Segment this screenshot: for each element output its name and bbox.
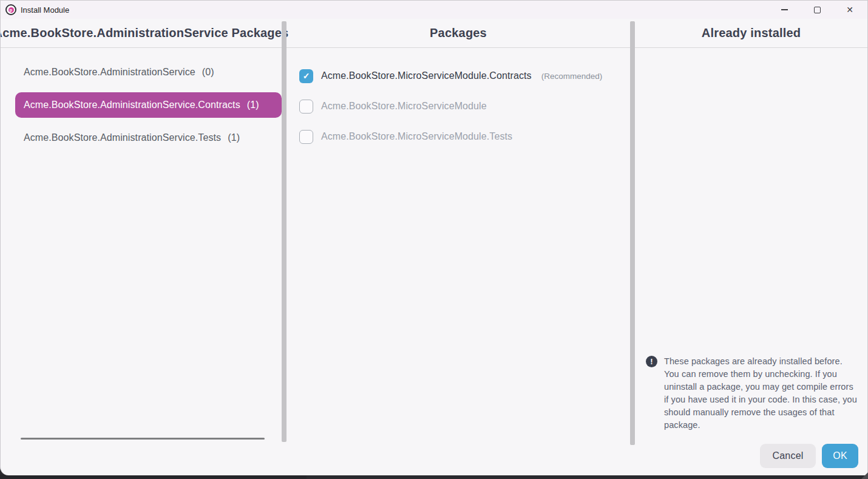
recommended-badge: (Recommended) xyxy=(541,72,603,81)
divider xyxy=(635,47,867,48)
packages-panel: Packages ✓ Acme.BookStore.MicroServiceMo… xyxy=(287,19,630,475)
dialog-footer: Cancel OK xyxy=(760,444,858,468)
window-card: p Install Module ✕ Acme.BookStore.Adm xyxy=(0,0,868,475)
minimize-button[interactable] xyxy=(775,2,793,18)
install-module-window: p Install Module ✕ Acme.BookStore.Adm xyxy=(0,0,868,479)
window-resize-grip[interactable] xyxy=(861,472,868,479)
already-installed-panel: Already installed ! These packages are a… xyxy=(635,19,867,475)
maximize-button[interactable] xyxy=(808,2,826,18)
checkbox-unchecked-icon[interactable] xyxy=(299,130,313,144)
package-list: ✓ Acme.BookStore.MicroServiceModule.Cont… xyxy=(287,61,630,152)
minimize-icon xyxy=(781,9,788,10)
close-icon: ✕ xyxy=(846,5,853,14)
middle-scrollbar-track xyxy=(630,19,635,475)
module-item-contracts-selected[interactable]: Acme.BookStore.AdministrationService.Con… xyxy=(1,89,282,121)
package-count: (0) xyxy=(202,67,214,78)
package-row-tests[interactable]: Acme.BookStore.MicroServiceModule.Tests xyxy=(287,121,630,152)
modules-panel: Acme.BookStore.AdministrationService Pac… xyxy=(1,19,282,475)
ok-button[interactable]: OK xyxy=(822,444,858,468)
module-item-administrationservice[interactable]: Acme.BookStore.AdministrationService (0) xyxy=(1,56,282,89)
uninstall-info-note: ! These packages are already installed b… xyxy=(646,355,858,432)
checkbox-checked-icon[interactable]: ✓ xyxy=(299,69,313,83)
window-bottom-shadow xyxy=(0,475,307,479)
abp-logo-icon: p xyxy=(5,4,16,15)
info-exclamation-icon: ! xyxy=(646,356,657,367)
package-row-contracts[interactable]: ✓ Acme.BookStore.MicroServiceModule.Cont… xyxy=(287,61,630,91)
divider xyxy=(287,47,630,48)
maximize-icon xyxy=(814,7,821,13)
left-vertical-scrollbar[interactable] xyxy=(282,21,287,442)
divider xyxy=(1,47,282,48)
titlebar: p Install Module ✕ xyxy=(1,1,867,19)
close-button[interactable]: ✕ xyxy=(841,2,859,18)
package-count: (1) xyxy=(247,100,259,110)
checkbox-unchecked-icon[interactable] xyxy=(299,100,313,114)
content-area: Acme.BookStore.AdministrationService Pac… xyxy=(1,19,867,475)
uninstall-info-text: These packages are already installed bef… xyxy=(664,355,858,432)
packages-panel-title: Packages xyxy=(287,19,630,47)
middle-vertical-scrollbar[interactable] xyxy=(630,21,635,445)
module-list: Acme.BookStore.AdministrationService (0)… xyxy=(1,56,282,154)
left-scrollbar-track xyxy=(282,19,287,475)
package-row-microservicemodule[interactable]: Acme.BookStore.MicroServiceModule xyxy=(287,91,630,121)
module-item-tests[interactable]: Acme.BookStore.AdministrationService.Tes… xyxy=(1,121,282,154)
window-title: Install Module xyxy=(21,5,69,15)
horizontal-scrollbar[interactable] xyxy=(21,438,265,440)
cancel-button[interactable]: Cancel xyxy=(760,444,816,468)
already-installed-title: Already installed xyxy=(635,19,867,47)
modules-panel-title: Acme.BookStore.AdministrationService Pac… xyxy=(1,19,282,47)
package-count: (1) xyxy=(228,132,240,143)
